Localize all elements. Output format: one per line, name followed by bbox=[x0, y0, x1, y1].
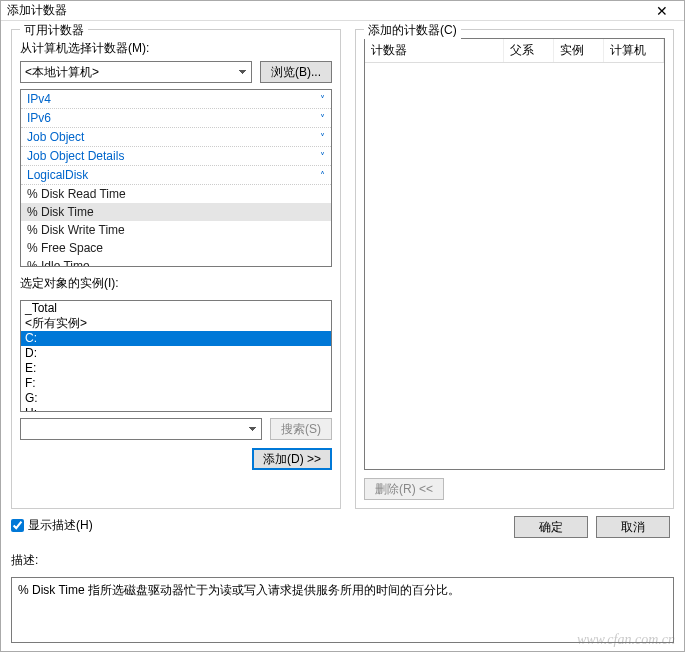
col-parent: 父系 bbox=[504, 39, 554, 62]
instance-search-combo[interactable] bbox=[20, 418, 262, 440]
counter-child[interactable]: % Idle Time bbox=[21, 257, 331, 267]
counter-tree[interactable]: IPv4˅IPv6˅Job Object˅Job Object Details˅… bbox=[20, 89, 332, 267]
chevron-down-icon: ˅ bbox=[320, 132, 325, 143]
instance-item[interactable]: D: bbox=[21, 346, 331, 361]
browse-button[interactable]: 浏览(B)... bbox=[260, 61, 332, 83]
counter-child[interactable]: % Disk Write Time bbox=[21, 221, 331, 239]
select-computer-label: 从计算机选择计数器(M): bbox=[20, 40, 332, 57]
add-button[interactable]: 添加(D) >> bbox=[252, 448, 332, 470]
counter-group[interactable]: IPv6˅ bbox=[21, 109, 331, 128]
content-area: 可用计数器 从计算机选择计数器(M): <本地计算机> 浏览(B)... IPv… bbox=[1, 21, 684, 651]
chevron-down-icon: ˅ bbox=[320, 151, 325, 162]
search-button[interactable]: 搜索(S) bbox=[270, 418, 332, 440]
ok-button[interactable]: 确定 bbox=[514, 516, 588, 538]
col-instance: 实例 bbox=[554, 39, 604, 62]
remove-button[interactable]: 删除(R) << bbox=[364, 478, 444, 500]
description-text: % Disk Time 指所选磁盘驱动器忙于为读或写入请求提供服务所用的时间的百… bbox=[18, 583, 460, 597]
added-counters-group: 添加的计数器(C) 计数器 父系 实例 计算机 删除(R) << bbox=[355, 29, 674, 509]
counter-group[interactable]: Job Object Details˅ bbox=[21, 147, 331, 166]
window-title: 添加计数器 bbox=[7, 2, 646, 19]
instance-item[interactable]: E: bbox=[21, 361, 331, 376]
added-legend: 添加的计数器(C) bbox=[364, 22, 461, 39]
counter-group[interactable]: Job Object˅ bbox=[21, 128, 331, 147]
chevron-down-icon: ˅ bbox=[320, 94, 325, 105]
available-counters-group: 可用计数器 从计算机选择计数器(M): <本地计算机> 浏览(B)... IPv… bbox=[11, 29, 341, 509]
chevron-up-icon: ˄ bbox=[320, 170, 325, 181]
added-table[interactable]: 计数器 父系 实例 计算机 bbox=[364, 38, 665, 470]
close-icon[interactable]: ✕ bbox=[646, 3, 678, 19]
instance-item[interactable]: G: bbox=[21, 391, 331, 406]
instance-item[interactable]: H: bbox=[21, 406, 331, 412]
instance-item[interactable]: _Total bbox=[21, 301, 331, 316]
description-label: 描述: bbox=[11, 552, 674, 569]
available-legend: 可用计数器 bbox=[20, 22, 88, 39]
titlebar: 添加计数器 ✕ bbox=[1, 1, 684, 21]
col-computer: 计算机 bbox=[604, 39, 664, 62]
counter-child[interactable]: % Disk Read Time bbox=[21, 185, 331, 203]
chevron-down-icon: ˅ bbox=[320, 113, 325, 124]
instance-item[interactable]: F: bbox=[21, 376, 331, 391]
instance-item[interactable]: <所有实例> bbox=[21, 316, 331, 331]
counter-group[interactable]: IPv4˅ bbox=[21, 90, 331, 109]
computer-combo[interactable]: <本地计算机> bbox=[20, 61, 252, 83]
instance-list[interactable]: _Total<所有实例>C:D:E:F:G:H: bbox=[20, 300, 332, 412]
counter-group[interactable]: LogicalDisk˄ bbox=[21, 166, 331, 185]
added-table-header: 计数器 父系 实例 计算机 bbox=[365, 39, 664, 63]
instance-item[interactable]: C: bbox=[21, 331, 331, 346]
col-counter: 计数器 bbox=[365, 39, 504, 62]
cancel-button[interactable]: 取消 bbox=[596, 516, 670, 538]
counter-child[interactable]: % Disk Time bbox=[21, 203, 331, 221]
dialog-window: 添加计数器 ✕ 可用计数器 从计算机选择计数器(M): <本地计算机> 浏览(B… bbox=[0, 0, 685, 652]
description-box: % Disk Time 指所选磁盘驱动器忙于为读或写入请求提供服务所用的时间的百… bbox=[11, 577, 674, 643]
counter-child[interactable]: % Free Space bbox=[21, 239, 331, 257]
instances-label: 选定对象的实例(I): bbox=[20, 275, 332, 292]
